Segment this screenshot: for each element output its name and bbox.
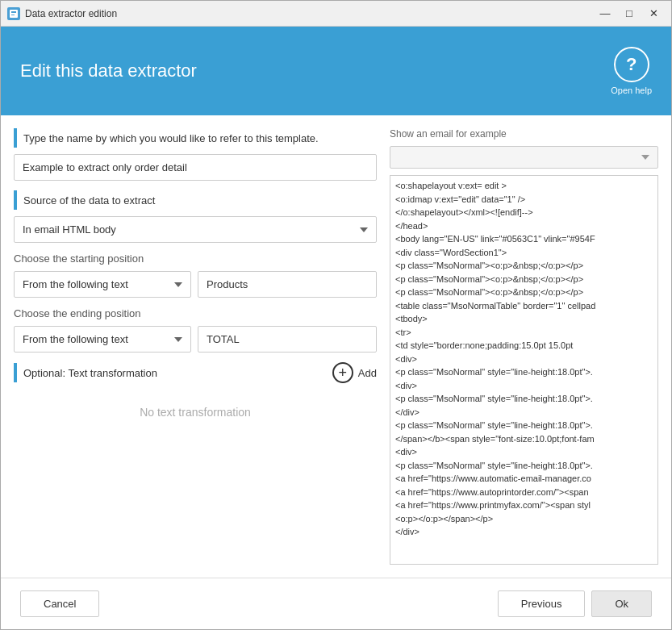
code-line: <div class="WordSection1"> xyxy=(395,246,653,260)
svg-rect-2 xyxy=(11,15,15,15)
close-button[interactable]: ✕ xyxy=(642,5,665,23)
code-line: <p class="MsoNormal"><o:p>&nbsp;</o:p></… xyxy=(395,286,653,299)
code-line: <a href="https://www.printmyfax.com/"><s… xyxy=(395,499,653,512)
title-bar: Data extractor edition — □ ✕ xyxy=(1,1,671,27)
app-icon xyxy=(7,7,20,20)
starting-position-section: Choose the starting position From the fo… xyxy=(14,252,377,298)
ending-position-row: From the following text Until the end Af… xyxy=(14,326,377,353)
show-email-label: Show an email for example xyxy=(390,128,658,140)
email-example-select[interactable] xyxy=(390,146,658,169)
add-icon: + xyxy=(332,362,353,383)
code-line: <div> xyxy=(395,445,653,459)
code-line: <p class="MsoNormal"><o:p>&nbsp;</o:p></… xyxy=(395,259,653,273)
window-controls: — □ ✕ xyxy=(594,5,665,23)
template-name-input[interactable] xyxy=(14,154,377,181)
code-line: <o:p></o:p></span></p> xyxy=(395,512,653,526)
code-line: <p class="MsoNormal" style="line-height:… xyxy=(395,419,653,432)
transform-label: Optional: Text transformation xyxy=(23,367,157,379)
previous-button[interactable]: Previous xyxy=(498,590,586,617)
ok-button[interactable]: Ok xyxy=(591,590,652,617)
right-panel: Show an email for example <o:shapelayout… xyxy=(390,128,658,565)
starting-position-row: From the following text From the beginni… xyxy=(14,271,377,298)
maximize-button[interactable]: □ xyxy=(618,5,641,23)
code-line: <td style="border:none;padding:15.0pt 15… xyxy=(395,339,653,353)
help-label: Open help xyxy=(611,86,652,95)
add-label: Add xyxy=(358,367,377,379)
code-line: </div> xyxy=(395,406,653,419)
code-line: <body lang="EN-US" link="#0563C1" vlink=… xyxy=(395,232,653,246)
code-line: <tbody> xyxy=(395,312,653,326)
svg-rect-0 xyxy=(10,10,18,18)
source-section: Source of the data to extract In email H… xyxy=(14,190,377,243)
code-line: </head> xyxy=(395,219,653,233)
source-label: Source of the data to extract xyxy=(23,194,155,207)
add-transform-button[interactable]: + Add xyxy=(332,362,377,383)
starting-text-input[interactable] xyxy=(198,271,377,298)
name-section: Type the name by which you would like to… xyxy=(14,128,377,181)
left-panel: Type the name by which you would like to… xyxy=(14,128,377,565)
code-line: <o:shapelayout v:ext= edit > xyxy=(395,179,653,193)
code-line: <p class="MsoNormal" style="line-height:… xyxy=(395,392,653,406)
header: Edit this data extractor ? Open help xyxy=(1,27,671,115)
code-display[interactable]: <o:shapelayout v:ext= edit ><o:idmap v:e… xyxy=(390,175,658,565)
code-line: <a href="https://www.automatic-email-man… xyxy=(395,472,653,486)
minimize-button[interactable]: — xyxy=(594,5,616,23)
code-line: <o:idmap v:ext="edit" data="1" /> xyxy=(395,193,653,207)
help-icon: ? xyxy=(614,47,649,82)
blue-accent xyxy=(14,128,17,148)
name-label: Type the name by which you would like to… xyxy=(23,132,319,144)
source-label-row: Source of the data to extract xyxy=(14,190,377,210)
starting-position-label: Choose the starting position xyxy=(14,252,377,265)
code-line: </span></b><span style="font-size:10.0pt… xyxy=(395,432,653,446)
name-label-row: Type the name by which you would like to… xyxy=(14,128,377,148)
code-line: <p class="MsoNormal" style="line-height:… xyxy=(395,365,653,379)
blue-accent-3 xyxy=(14,363,17,382)
code-line: <p class="MsoNormal"><o:p>&nbsp;</o:p></… xyxy=(395,273,653,286)
code-line: </o:shapelayout></xml><![endif]--> xyxy=(395,206,653,219)
transform-section: Optional: Text transformation + Add No t… xyxy=(14,362,377,435)
footer-right: Previous Ok xyxy=(498,590,652,617)
cancel-button[interactable]: Cancel xyxy=(20,590,99,617)
content-area: Type the name by which you would like to… xyxy=(1,115,671,578)
starting-method-select[interactable]: From the following text From the beginni… xyxy=(14,271,191,298)
code-line: <div> xyxy=(395,379,653,393)
svg-rect-1 xyxy=(11,11,16,13)
ending-method-select[interactable]: From the following text Until the end Af… xyxy=(14,326,191,353)
footer: Cancel Previous Ok xyxy=(1,578,671,629)
code-line: <p class="MsoNormal" style="line-height:… xyxy=(395,459,653,473)
code-line: <a href="https://www.autoprintorder.com/… xyxy=(395,486,653,499)
transform-empty-label: No text transformation xyxy=(14,390,377,435)
window: Data extractor edition — □ ✕ Edit this d… xyxy=(0,0,672,630)
transform-label-row: Optional: Text transformation xyxy=(14,363,157,382)
code-line: <tr> xyxy=(395,326,653,340)
ending-position-label: Choose the ending position xyxy=(14,307,377,319)
page-title: Edit this data extractor xyxy=(20,60,197,81)
blue-accent-2 xyxy=(14,190,17,210)
code-line: <table class="MsoNormalTable" border="1"… xyxy=(395,299,653,313)
ending-text-input[interactable] xyxy=(198,326,377,353)
window-title: Data extractor edition xyxy=(25,8,594,19)
code-line: <div> xyxy=(395,353,653,366)
ending-position-section: Choose the ending position From the foll… xyxy=(14,307,377,353)
source-select[interactable]: In email HTML body In email text body In… xyxy=(14,216,377,243)
transform-header: Optional: Text transformation + Add xyxy=(14,362,377,383)
help-button[interactable]: ? Open help xyxy=(611,47,652,95)
code-line: </div> xyxy=(395,525,653,539)
